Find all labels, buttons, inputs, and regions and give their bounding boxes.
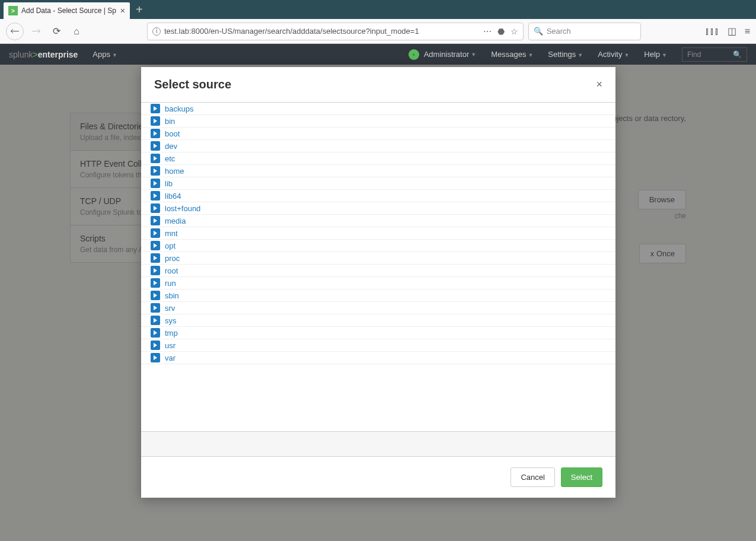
- directory-name[interactable]: media: [165, 217, 186, 225]
- activity-label: Activity: [598, 50, 622, 59]
- folder-expand-icon[interactable]: [151, 316, 160, 325]
- folder-expand-icon[interactable]: [151, 216, 160, 225]
- folder-expand-icon[interactable]: [151, 278, 160, 288]
- directory-row[interactable]: lost+found: [141, 202, 615, 215]
- folder-expand-icon[interactable]: [151, 291, 160, 300]
- select-button[interactable]: Select: [561, 467, 602, 487]
- directory-row[interactable]: media: [141, 215, 615, 227]
- directory-name[interactable]: root: [165, 266, 178, 275]
- directory-row[interactable]: run: [141, 277, 615, 289]
- folder-expand-icon[interactable]: [151, 253, 160, 263]
- folder-expand-icon[interactable]: [151, 328, 160, 338]
- admin-menu[interactable]: ●Administrator▼: [409, 49, 477, 60]
- directory-row[interactable]: tmp: [141, 327, 615, 339]
- directory-name[interactable]: var: [165, 354, 176, 362]
- page-actions-icon[interactable]: ⋯: [483, 27, 492, 36]
- home-button[interactable]: ⌂: [69, 24, 84, 39]
- directory-name[interactable]: tmp: [165, 329, 178, 338]
- folder-expand-icon[interactable]: [151, 154, 160, 163]
- directory-name[interactable]: proc: [165, 254, 180, 263]
- directory-name[interactable]: run: [165, 279, 176, 288]
- directory-row[interactable]: opt: [141, 240, 615, 252]
- directory-name[interactable]: mnt: [165, 229, 178, 238]
- folder-expand-icon[interactable]: [151, 241, 160, 250]
- folder-expand-icon[interactable]: [151, 116, 160, 126]
- directory-row[interactable]: var: [141, 352, 615, 364]
- pocket-icon[interactable]: ⬣: [497, 27, 505, 36]
- folder-expand-icon[interactable]: [151, 303, 160, 313]
- directory-row[interactable]: usr: [141, 339, 615, 352]
- directory-name[interactable]: dev: [165, 142, 177, 151]
- directory-name[interactable]: sys: [165, 316, 177, 325]
- splunk-favicon: >: [8, 6, 18, 15]
- directory-name[interactable]: lib64: [165, 192, 181, 201]
- splunk-logo[interactable]: splunk>enterprise: [9, 50, 78, 59]
- library-icon[interactable]: ⫿⫿⫿: [705, 26, 719, 37]
- browser-search-input[interactable]: 🔍 Search: [528, 23, 641, 40]
- folder-expand-icon[interactable]: [151, 266, 160, 275]
- directory-row[interactable]: mnt: [141, 227, 615, 240]
- find-input[interactable]: Find🔍: [682, 47, 747, 62]
- folder-expand-icon[interactable]: [151, 179, 160, 188]
- directory-name[interactable]: sbin: [165, 291, 179, 300]
- folder-expand-icon[interactable]: [151, 104, 160, 113]
- directory-name[interactable]: srv: [165, 304, 175, 313]
- directory-row[interactable]: lib: [141, 177, 615, 190]
- menu-icon[interactable]: ≡: [745, 26, 750, 37]
- directory-name[interactable]: backups: [165, 104, 193, 113]
- modal-footer: Cancel Select: [141, 456, 615, 498]
- help-label: Help: [644, 50, 660, 59]
- folder-expand-icon[interactable]: [151, 129, 160, 138]
- folder-expand-icon[interactable]: [151, 166, 160, 176]
- folder-expand-icon[interactable]: [151, 340, 160, 350]
- messages-menu[interactable]: Messages▼: [491, 50, 533, 59]
- new-tab-button[interactable]: +: [136, 3, 143, 17]
- forward-button: 🡒: [28, 24, 44, 39]
- search-placeholder: Search: [547, 27, 571, 36]
- directory-row[interactable]: dev: [141, 140, 615, 152]
- directory-name[interactable]: lib: [165, 179, 173, 188]
- bookmark-icon[interactable]: ☆: [511, 27, 518, 36]
- directory-row[interactable]: sbin: [141, 289, 615, 302]
- directory-row[interactable]: boot: [141, 128, 615, 140]
- sidebar-icon[interactable]: ◫: [728, 26, 736, 37]
- directory-row[interactable]: backups: [141, 103, 615, 115]
- modal-header: Select source ×: [141, 67, 615, 102]
- folder-expand-icon[interactable]: [151, 353, 160, 362]
- folder-expand-icon[interactable]: [151, 228, 160, 238]
- directory-name[interactable]: boot: [165, 129, 180, 138]
- settings-menu[interactable]: Settings▼: [548, 50, 583, 59]
- reload-button[interactable]: ⟳: [49, 24, 64, 39]
- activity-menu[interactable]: Activity▼: [598, 50, 629, 59]
- directory-row[interactable]: bin: [141, 115, 615, 128]
- directory-row[interactable]: lib64: [141, 190, 615, 202]
- apps-menu[interactable]: Apps▼: [92, 50, 117, 59]
- browser-tab[interactable]: > Add Data - Select Source | Sp ×: [4, 2, 130, 19]
- folder-expand-icon[interactable]: [151, 141, 160, 151]
- directory-name[interactable]: bin: [165, 117, 175, 126]
- close-tab-icon[interactable]: ×: [120, 6, 125, 15]
- folder-expand-icon[interactable]: [151, 203, 160, 213]
- directory-row[interactable]: etc: [141, 152, 615, 165]
- url-input[interactable]: i test.lab:8000/en-US/manager/search/add…: [147, 23, 524, 40]
- help-menu[interactable]: Help▼: [644, 50, 667, 59]
- back-button[interactable]: 🡐: [6, 23, 24, 40]
- cancel-button[interactable]: Cancel: [511, 467, 554, 487]
- folder-expand-icon[interactable]: [151, 191, 160, 201]
- modal-close-icon[interactable]: ×: [596, 78, 602, 91]
- directory-name[interactable]: opt: [165, 241, 176, 250]
- url-text: test.lab:8000/en-US/manager/search/addda…: [164, 27, 480, 36]
- directory-row[interactable]: proc: [141, 252, 615, 265]
- directory-row[interactable]: home: [141, 165, 615, 177]
- directory-row[interactable]: srv: [141, 302, 615, 314]
- directory-list: backupsbinbootdevetchomeliblib64lost+fou…: [141, 103, 615, 364]
- logo-part-b: enterprise: [38, 50, 78, 59]
- directory-name[interactable]: home: [165, 167, 184, 176]
- directory-name[interactable]: etc: [165, 154, 175, 163]
- directory-name[interactable]: usr: [165, 341, 176, 350]
- directory-row[interactable]: root: [141, 265, 615, 277]
- site-info-icon[interactable]: i: [152, 27, 161, 36]
- logo-part-a: splunk: [9, 50, 33, 59]
- directory-name[interactable]: lost+found: [165, 204, 200, 213]
- directory-row[interactable]: sys: [141, 314, 615, 327]
